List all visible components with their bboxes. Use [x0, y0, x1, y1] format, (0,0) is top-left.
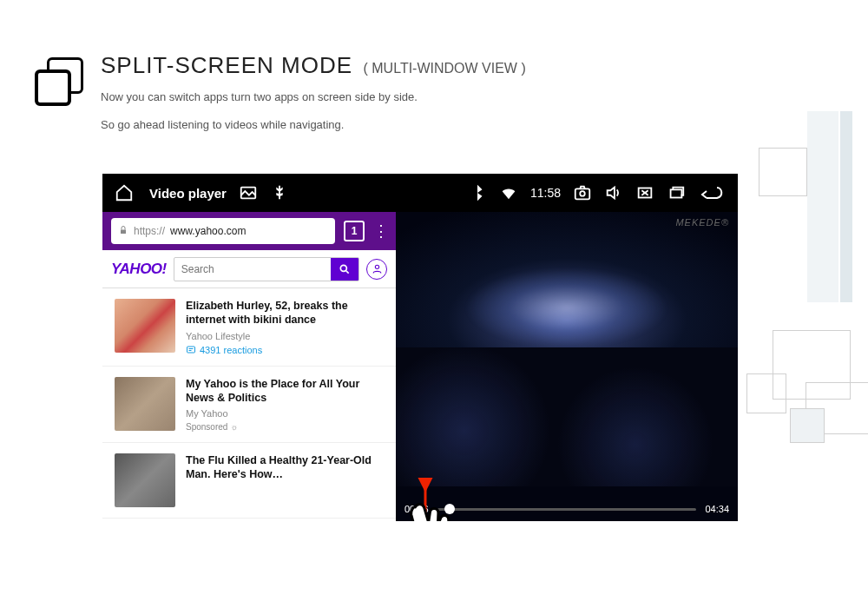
svg-rect-8	[187, 347, 195, 353]
close-screen-icon[interactable]	[635, 183, 654, 202]
volume-icon[interactable]	[604, 183, 623, 202]
list-item[interactable]: The Flu Killed a Healthy 21-Year-Old Man…	[102, 443, 396, 519]
image-icon[interactable]	[239, 183, 258, 202]
article-source: My Yahoo	[186, 408, 384, 419]
clock-time: 11:58	[530, 186, 561, 200]
article-title: My Yahoo is the Place for All Your News …	[186, 377, 384, 406]
svg-point-7	[375, 265, 378, 268]
list-item[interactable]: Elizabeth Hurley, 52, breaks the interne…	[102, 288, 396, 367]
brand-watermark: MEKEDE®	[675, 217, 729, 228]
deco-square-3	[759, 148, 807, 196]
svg-point-6	[340, 265, 346, 271]
description-line-2: So go ahead listening to videos while na…	[101, 116, 526, 135]
yahoo-header: YAHOO!	[102, 250, 396, 288]
video-frame	[396, 212, 738, 521]
deco-bar-2	[840, 111, 852, 302]
page-subtitle: ( MULTI-WINDOW VIEW )	[364, 61, 526, 76]
usb-icon	[270, 183, 289, 202]
video-pane[interactable]: MEKEDE® 00:06 04:34	[396, 212, 738, 521]
url-input[interactable]: https://www.yahoo.com	[111, 218, 335, 244]
lock-icon	[118, 225, 128, 238]
device-screenshot: Video player 11:58	[102, 174, 738, 521]
browser-address-bar: https://www.yahoo.com 1 ⋮	[102, 212, 396, 250]
news-feed[interactable]: Elizabeth Hurley, 52, breaks the interne…	[102, 288, 396, 521]
home-icon[interactable]	[115, 183, 134, 202]
article-title: Elizabeth Hurley, 52, breaks the interne…	[186, 299, 384, 327]
deco-square-7	[790, 408, 825, 443]
article-thumbnail	[115, 299, 175, 353]
bluetooth-icon	[468, 183, 487, 202]
android-status-bar: Video player 11:58	[102, 174, 738, 212]
menu-icon[interactable]: ⋮	[373, 221, 387, 241]
recent-apps-icon[interactable]	[667, 183, 686, 202]
yahoo-logo[interactable]: YAHOO!	[111, 261, 167, 278]
svg-rect-4	[671, 189, 682, 197]
reactions-link[interactable]: 4391 reactions	[186, 345, 384, 355]
back-icon[interactable]	[698, 183, 726, 202]
sponsored-label: Sponsored ☼	[186, 422, 384, 432]
list-item[interactable]: My Yahoo is the Place for All Your News …	[102, 367, 396, 444]
tab-count-value: 1	[352, 225, 358, 237]
article-title: The Flu Killed a Healthy 21-Year-Old Man…	[186, 453, 384, 482]
deco-bar-1	[807, 111, 838, 302]
app-title: Video player	[149, 186, 227, 201]
account-icon[interactable]	[366, 259, 387, 280]
description-line-1: Now you can switch apps turn two apps on…	[101, 88, 526, 107]
article-thumbnail	[115, 377, 175, 431]
svg-rect-5	[121, 229, 126, 234]
article-thumbnail	[115, 453, 175, 507]
url-scheme: https://	[134, 225, 165, 237]
seek-bar[interactable]	[437, 508, 697, 511]
deco-square-6	[746, 373, 786, 413]
tab-count-button[interactable]: 1	[344, 221, 365, 241]
reactions-count: 4391 reactions	[200, 345, 262, 355]
split-screen-icon	[35, 57, 83, 106]
browser-pane: https://www.yahoo.com 1 ⋮ YAHOO!	[102, 212, 396, 521]
search-button[interactable]	[331, 257, 358, 281]
logo-text: YAHOO	[111, 261, 162, 277]
wifi-icon	[499, 183, 518, 202]
logo-excl: !	[162, 261, 167, 277]
camera-icon[interactable]	[573, 183, 592, 202]
svg-rect-1	[575, 188, 590, 199]
search-input[interactable]	[174, 263, 331, 275]
url-host: www.yahoo.com	[170, 225, 246, 237]
duration: 04:34	[705, 504, 729, 514]
article-source: Yahoo Lifestyle	[186, 331, 384, 341]
page-title: SPLIT-SCREEN MODE	[101, 52, 352, 78]
svg-point-2	[580, 191, 585, 196]
search-box	[174, 257, 359, 281]
